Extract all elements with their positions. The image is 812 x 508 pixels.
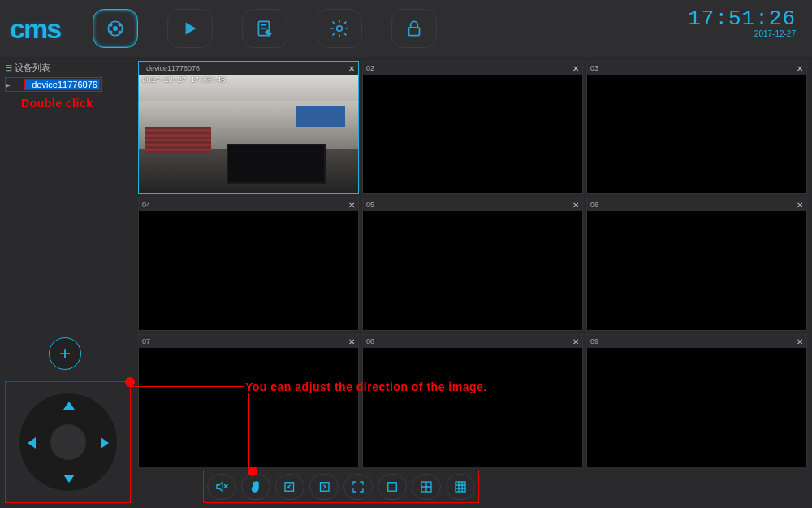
tree-device[interactable]: _device11776076 [24,79,100,90]
close-icon[interactable]: ✕ [572,337,579,346]
svg-rect-10 [321,483,330,492]
svg-rect-8 [409,28,420,36]
svg-point-3 [119,24,120,26]
ptz-left[interactable] [28,437,36,449]
mute-button[interactable] [207,474,236,500]
video-grid: _device11776076 ✕ 2017-12-27 17:50:48 02… [138,61,807,467]
close-icon[interactable]: ✕ [572,64,579,73]
close-icon[interactable]: ✕ [348,64,355,73]
annotation-line [130,386,244,387]
close-icon[interactable]: ✕ [348,337,355,346]
fullscreen-button[interactable] [343,474,373,500]
video-feed: 2017-12-27 17:50:48 [139,75,358,193]
ptz-center[interactable] [50,424,86,460]
logo: cms [10,13,60,45]
svg-point-1 [114,27,117,30]
svg-rect-11 [388,483,397,492]
feed-timestamp: 2017-12-27 17:50:48 [142,76,226,85]
close-icon[interactable]: ✕ [572,201,579,210]
clock-time: 17:51:26 [688,7,796,31]
close-icon[interactable]: ✕ [797,337,803,346]
playback-button[interactable] [167,9,213,48]
close-icon[interactable]: ✕ [797,201,803,210]
video-cell-6[interactable]: 06✕ [586,198,807,331]
ptz-down[interactable] [63,475,75,483]
video-cell-9[interactable]: 09✕ [586,334,807,467]
close-icon[interactable]: ✕ [348,201,355,210]
cell-title: 02 [366,64,374,72]
cell-title: 07 [142,337,150,345]
lock-button[interactable] [391,9,437,48]
video-cell-1[interactable]: _device11776076 ✕ 2017-12-27 17:50:48 [138,61,359,194]
svg-point-2 [110,24,112,26]
video-cell-8[interactable]: 08✕ [362,334,583,467]
video-cell-2[interactable]: 02✕ [362,61,583,194]
prev-page-button[interactable] [275,474,304,500]
svg-rect-13 [456,482,465,492]
settings-button[interactable] [317,9,362,48]
cell-title: 05 [366,201,374,209]
ptz-control [19,393,117,491]
hint-adjust-direction: You can adjust the direction of the imag… [245,380,487,393]
cell-title: 04 [142,201,150,209]
bottom-toolbar [203,471,479,503]
close-icon[interactable]: ✕ [797,64,803,73]
svg-rect-9 [285,483,294,492]
cell-header: _device11776076 ✕ [139,62,358,75]
tree-root[interactable]: 设备列表 [5,63,50,72]
svg-point-4 [110,31,112,33]
live-view-button[interactable] [93,9,138,48]
ptz-up[interactable] [63,402,75,410]
hand-tool-button[interactable] [241,474,270,500]
device-tree: 设备列表 ▸ _device11776076 [5,62,133,92]
top-toolbar: cms 17:51:26 2017-12-27 [0,0,812,57]
cell-title: 06 [590,201,598,209]
annotation-line-2 [248,393,249,468]
video-cell-5[interactable]: 05✕ [362,198,583,331]
next-page-button[interactable] [309,474,339,500]
video-cell-4[interactable]: 04✕ [138,198,359,331]
video-cell-3[interactable]: 03✕ [586,61,807,194]
layout-1-button[interactable] [378,474,407,500]
layout-4-button[interactable] [412,474,441,500]
ptz-right[interactable] [101,437,109,449]
cell-title: 08 [366,337,374,345]
layout-9-button[interactable] [446,474,475,500]
log-edit-button[interactable] [242,9,287,48]
ptz-panel [5,381,131,503]
svg-point-5 [119,31,120,33]
cell-title: _device11776076 [142,64,200,72]
clock: 17:51:26 2017-12-27 [688,7,796,38]
cell-title: 09 [590,337,598,345]
hint-double-click: Double click [21,97,133,110]
cell-title: 03 [590,64,598,72]
add-device-button[interactable]: + [49,337,81,370]
svg-point-7 [337,26,343,32]
